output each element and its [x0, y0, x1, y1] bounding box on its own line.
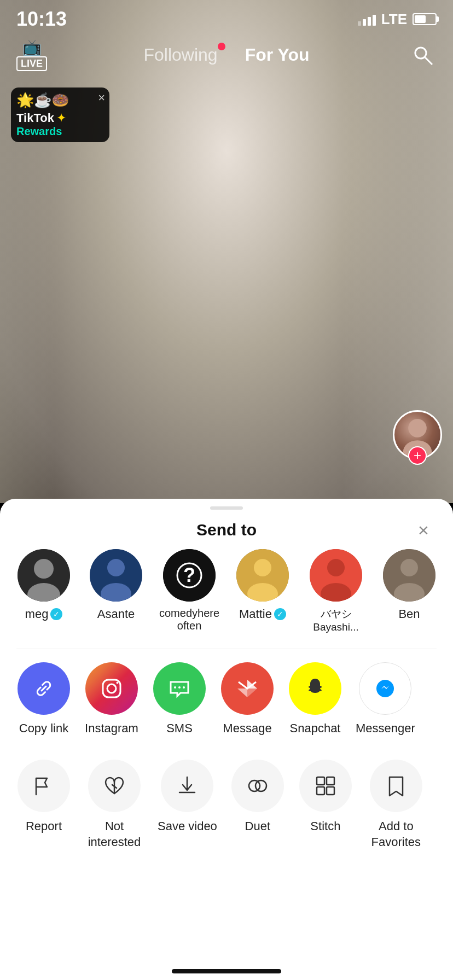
- rewards-subtitle: Rewards: [16, 125, 104, 138]
- contact-avatar-ben: [383, 549, 435, 602]
- status-bar: 10:13 LTE: [0, 0, 453, 33]
- svg-point-26: [178, 686, 181, 689]
- snapchat-icon: [289, 662, 341, 715]
- contact-name-comedy: comedyhere often: [159, 607, 219, 632]
- action-report[interactable]: Report: [16, 760, 71, 850]
- action-stitch[interactable]: Stitch: [298, 760, 353, 850]
- search-icon: [410, 43, 434, 67]
- instagram-icon: [85, 662, 138, 715]
- home-indicator: [172, 969, 281, 973]
- svg-text:?: ?: [183, 564, 195, 586]
- share-app-message[interactable]: Message: [220, 662, 275, 736]
- tab-for-you[interactable]: For You: [245, 45, 310, 65]
- messenger-label: Messenger: [356, 721, 415, 736]
- sms-label: SMS: [166, 721, 193, 736]
- contact-name-asante: Asante: [97, 607, 135, 621]
- rewards-close-button[interactable]: ×: [98, 91, 105, 105]
- stitch-label: Stitch: [310, 819, 340, 835]
- duet-icon-container: [231, 760, 284, 812]
- status-right: LTE: [358, 11, 437, 28]
- share-app-sms[interactable]: SMS: [152, 662, 207, 736]
- copy-link-label: Copy link: [19, 721, 68, 736]
- rewards-banner[interactable]: × 🌟☕🍩 TikTok ✦ Rewards: [11, 88, 109, 142]
- share-bottom-sheet: Send to × meg ✓: [0, 499, 453, 980]
- messenger-icon: [359, 662, 411, 715]
- share-app-snapchat[interactable]: Snapchat: [288, 662, 342, 736]
- top-nav: 📺 LIVE Following For You: [0, 33, 453, 77]
- instagram-label: Instagram: [85, 721, 138, 736]
- verified-icon-meg: ✓: [50, 608, 62, 620]
- save-video-icon-container: [161, 760, 213, 812]
- message-label: Message: [223, 721, 271, 736]
- svg-point-17: [327, 559, 345, 576]
- battery-indicator: [413, 13, 437, 25]
- rewards-star-icon: ✦: [56, 111, 66, 125]
- add-favorites-label: Add to Favorites: [366, 819, 426, 850]
- stitch-icon-container: [299, 760, 352, 812]
- contact-avatar-bayashi: [310, 549, 362, 602]
- tab-following[interactable]: Following: [143, 45, 217, 65]
- contacts-row: meg ✓ Asante ?: [16, 549, 437, 644]
- contact-avatar-asante: [90, 549, 142, 602]
- svg-marker-29: [237, 689, 247, 697]
- contact-item-ben[interactable]: Ben: [382, 549, 437, 633]
- signal-bars: [358, 13, 376, 26]
- share-app-copy-link[interactable]: Copy link: [16, 662, 71, 736]
- sms-icon: [153, 662, 206, 715]
- share-app-messenger[interactable]: Messenger: [356, 662, 415, 736]
- report-label: Report: [26, 819, 62, 835]
- lte-label: LTE: [381, 11, 407, 28]
- action-not-interested[interactable]: Not interested: [84, 760, 144, 850]
- share-app-instagram[interactable]: Instagram: [84, 662, 139, 736]
- report-icon-container: [18, 760, 70, 812]
- not-interested-icon-container: [88, 760, 141, 812]
- svg-point-27: [183, 686, 185, 689]
- sheet-close-button[interactable]: ×: [410, 517, 437, 543]
- search-button[interactable]: [408, 40, 437, 69]
- rewards-emojis: 🌟☕🍩: [16, 92, 104, 109]
- contact-item-mattie[interactable]: Mattie ✓: [235, 549, 290, 633]
- nav-tabs: Following For You: [143, 45, 309, 65]
- live-badge[interactable]: 📺 LIVE: [16, 38, 47, 71]
- contact-name-mattie: Mattie ✓: [239, 607, 286, 621]
- svg-point-25: [174, 686, 176, 689]
- snapchat-label: Snapchat: [290, 721, 341, 736]
- contact-name-meg: meg ✓: [25, 607, 63, 621]
- sheet-header: Send to ×: [16, 510, 437, 549]
- contact-item-asante[interactable]: Asante: [89, 549, 143, 633]
- contact-item-comedy[interactable]: ? comedyhere often: [161, 549, 218, 633]
- actions-row: Report Not interested Save video: [16, 746, 437, 855]
- svg-point-35: [255, 780, 266, 791]
- stitch-icon: [313, 774, 338, 798]
- contact-avatar-mattie: [236, 549, 289, 602]
- creator-avatar[interactable]: +: [393, 410, 442, 459]
- save-video-label: Save video: [158, 819, 217, 835]
- flag-icon: [32, 774, 56, 798]
- heart-break-icon: [102, 774, 126, 798]
- svg-rect-37: [327, 777, 334, 785]
- action-duet[interactable]: Duet: [230, 760, 285, 850]
- contact-item-meg[interactable]: meg ✓: [16, 549, 71, 633]
- svg-point-24: [117, 682, 119, 684]
- svg-point-14: [254, 559, 271, 576]
- download-icon: [175, 774, 199, 798]
- svg-point-8: [107, 559, 125, 576]
- message-icon: [221, 662, 274, 715]
- svg-point-0: [415, 48, 426, 59]
- divider-1: [16, 649, 437, 649]
- contact-item-bayashi[interactable]: バヤシ Bayashi...: [307, 549, 364, 633]
- status-time: 10:13: [16, 8, 67, 31]
- action-save-video[interactable]: Save video: [158, 760, 217, 850]
- action-add-favorites[interactable]: Add to Favorites: [366, 760, 426, 850]
- add-favorites-icon-container: [370, 760, 422, 812]
- copy-link-icon: [18, 662, 70, 715]
- rewards-title: TikTok ✦: [16, 111, 104, 125]
- svg-point-20: [400, 559, 418, 576]
- creator-follow-button[interactable]: +: [408, 446, 427, 465]
- svg-point-23: [107, 684, 116, 693]
- duet-icon: [246, 774, 270, 798]
- sheet-title: Send to: [196, 521, 257, 539]
- svg-rect-36: [317, 777, 324, 785]
- svg-point-34: [249, 780, 260, 791]
- svg-point-2: [408, 419, 427, 438]
